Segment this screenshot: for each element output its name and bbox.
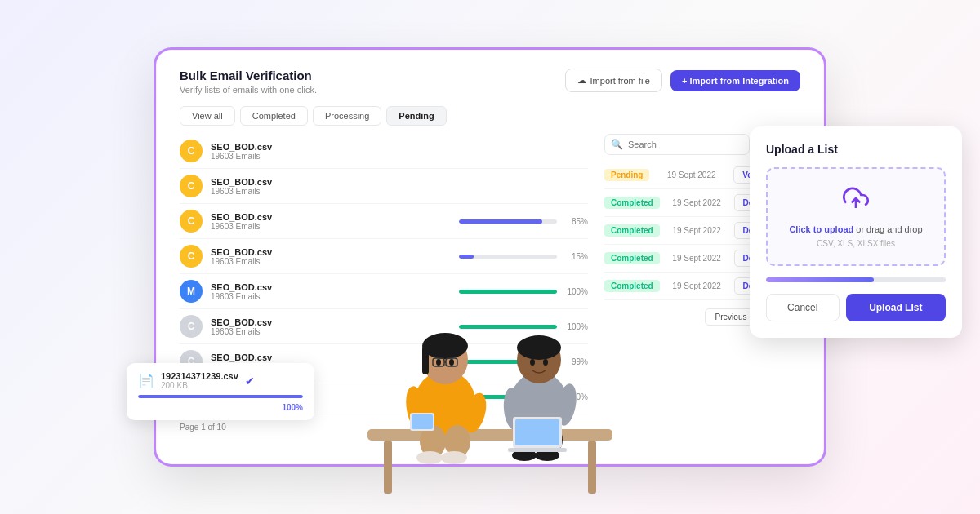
list-item-info: SEO_BOD.csv 19603 Emails [211, 142, 588, 161]
date-label: 19 Sept 2022 [672, 281, 721, 290]
cloud-icon: ☁ [577, 75, 586, 86]
list-item-name: SEO_BOD.csv [211, 247, 451, 257]
status-badge: Completed [604, 280, 660, 292]
list-icon: C [180, 315, 203, 338]
list-item-count: 19603 Emails [211, 327, 451, 336]
file-size: 200 KB [161, 381, 238, 390]
list-item: C SEO_BOD.csv 19603 Emails 15% [180, 239, 588, 274]
list-item: C SEO_BOD.csv 19603 Emails [180, 169, 588, 204]
click-to-upload-link[interactable]: Click to upload [789, 224, 853, 234]
list-item-name: SEO_BOD.csv [211, 352, 451, 362]
progress-pct: 15% [565, 252, 588, 261]
progress-bar [459, 255, 557, 259]
list-item: C SEO_BOD.csv 19603 Emails 100% [180, 309, 588, 344]
status-badge: Completed [604, 197, 660, 209]
list-item-name: SEO_BOD.csv [211, 142, 588, 152]
tab-processing[interactable]: Processing [313, 106, 381, 126]
dialog-progress-fill [766, 277, 874, 282]
header-actions: ☁ Import from file + Import from Integra… [565, 69, 800, 92]
list-item: C SEO_BOD.csv 19603 Emails 85% [180, 204, 588, 239]
progress-bar [459, 290, 557, 294]
card-header: Bulk Email Verification Verify lists of … [157, 51, 823, 106]
date-label: 19 Sept 2022 [672, 254, 721, 263]
list-icon: C [180, 210, 203, 233]
list-item-name: SEO_BOD.csv [211, 317, 451, 327]
check-icon: ✔ [245, 374, 255, 388]
progress-pct: 100% [565, 287, 588, 296]
status-badge: Completed [604, 252, 660, 264]
list-item-count: 19603 Emails [211, 257, 451, 266]
list-item-info: SEO_BOD.csv 19603 Emails [211, 212, 451, 231]
file-name: 192314371239.csv [161, 371, 238, 381]
page-title: Bulk Email Verification [180, 69, 317, 82]
date-label: 19 Sept 2022 [667, 171, 716, 179]
file-icon: 📄 [138, 373, 154, 388]
list-item-info: SEO_BOD.csv 19603 Emails [211, 317, 451, 336]
list-icon: C [180, 175, 203, 197]
progress-bar [459, 395, 557, 399]
list-icon: C [180, 245, 203, 268]
dialog-progress-bar [766, 277, 946, 282]
dialog-actions: Cancel Upload LIst [766, 294, 946, 321]
upload-list-button[interactable]: Upload LIst [846, 294, 946, 321]
progress-pct: 85% [565, 217, 588, 226]
list-item-count: 19603 Emails [211, 292, 451, 301]
date-label: 19 Sept 2022 [672, 226, 721, 235]
progress-fill [459, 255, 474, 259]
progress-fill [459, 395, 557, 399]
tab-pending[interactable]: Pending [386, 106, 446, 126]
list-item-count: 19603 Emails [211, 187, 588, 196]
list-item-name: SEO_BOD.csv [211, 212, 451, 222]
list-item-count: 19603 Emails [211, 222, 451, 231]
progress-pct: 99% [565, 357, 588, 366]
progress-bar [459, 219, 557, 224]
search-icon: 🔍 [611, 139, 623, 150]
search-wrap: 🔍 [604, 134, 750, 155]
list-icon: C [180, 140, 203, 162]
dropzone[interactable]: Click to upload or drag and drop CSV, XL… [766, 167, 946, 266]
list-item-count: 19603 Emails [211, 152, 588, 161]
dropzone-text: Click to upload or drag and drop [784, 223, 928, 237]
file-info: 192314371239.csv 200 KB [161, 371, 238, 390]
file-pct: 100% [138, 403, 303, 412]
progress-fill [459, 360, 556, 364]
title-block: Bulk Email Verification Verify lists of … [180, 69, 317, 95]
import-file-button[interactable]: ☁ Import from file [565, 69, 662, 92]
list-icon: M [180, 280, 203, 303]
progress-fill [459, 325, 557, 329]
dropzone-hint: CSV, XLS, XLSX files [784, 239, 928, 248]
progress-bar [459, 360, 557, 364]
list-item-info: SEO_BOD.csv 19603 Emails [211, 282, 451, 301]
list-item: M SEO_BOD.csv 19603 Emails 100% [180, 274, 588, 309]
progress-pct: 100% [565, 322, 588, 331]
list-item-name: SEO_BOD.csv [211, 177, 588, 187]
progress-fill [459, 219, 542, 224]
progress-bar [459, 325, 557, 329]
date-label: 19 Sept 2022 [672, 198, 721, 207]
cancel-button[interactable]: Cancel [766, 294, 840, 321]
list-item: C SEO_BOD.csv 19603 Emails [180, 134, 588, 169]
upload-cloud-icon [784, 185, 928, 216]
progress-pct: 100% [565, 392, 588, 401]
file-progress-bar [138, 395, 303, 398]
search-input[interactable] [604, 134, 750, 155]
status-badge: Completed [604, 224, 660, 237]
status-badge: Pending [604, 169, 649, 181]
list-item-info: SEO_BOD.csv 19603 Emails [211, 247, 451, 266]
page-subtitle: Verify lists of emails with one click. [180, 85, 317, 95]
tab-view-all[interactable]: View all [180, 106, 235, 126]
file-progress-fill [138, 395, 303, 398]
tabs-row: View all Completed Processing Pending [157, 106, 823, 126]
page-info: Page 1 of 10 [180, 423, 226, 432]
import-integration-button[interactable]: + Import from Integration [670, 70, 800, 91]
file-card-top: 📄 192314371239.csv 200 KB ✔ [138, 371, 303, 390]
progress-fill [459, 290, 557, 294]
tab-completed[interactable]: Completed [240, 106, 308, 126]
upload-dialog: Upload a List Click to upload or drag an… [750, 126, 962, 338]
dialog-title: Upload a List [766, 143, 946, 156]
list-item-info: SEO_BOD.csv 19603 Emails [211, 177, 588, 196]
progress-section [766, 277, 946, 282]
file-upload-card: 📄 192314371239.csv 200 KB ✔ 100% [127, 363, 314, 420]
list-item-name: SEO_BOD.csv [211, 282, 451, 292]
